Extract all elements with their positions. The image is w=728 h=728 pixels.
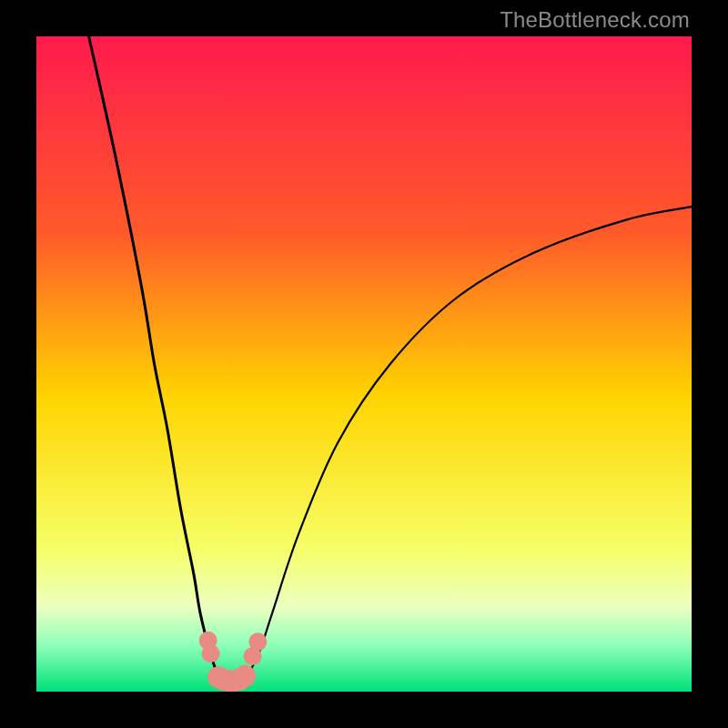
chart-frame: TheBottleneck.com: [0, 0, 728, 728]
data-point: [202, 644, 220, 662]
watermark-text: TheBottleneck.com: [500, 7, 690, 33]
curve-right-branch: [246, 207, 692, 678]
curves-layer: [36, 36, 692, 692]
data-point: [234, 665, 256, 687]
curve-left-branch: [89, 36, 220, 679]
plot-area: [36, 36, 692, 692]
data-point: [248, 632, 267, 651]
